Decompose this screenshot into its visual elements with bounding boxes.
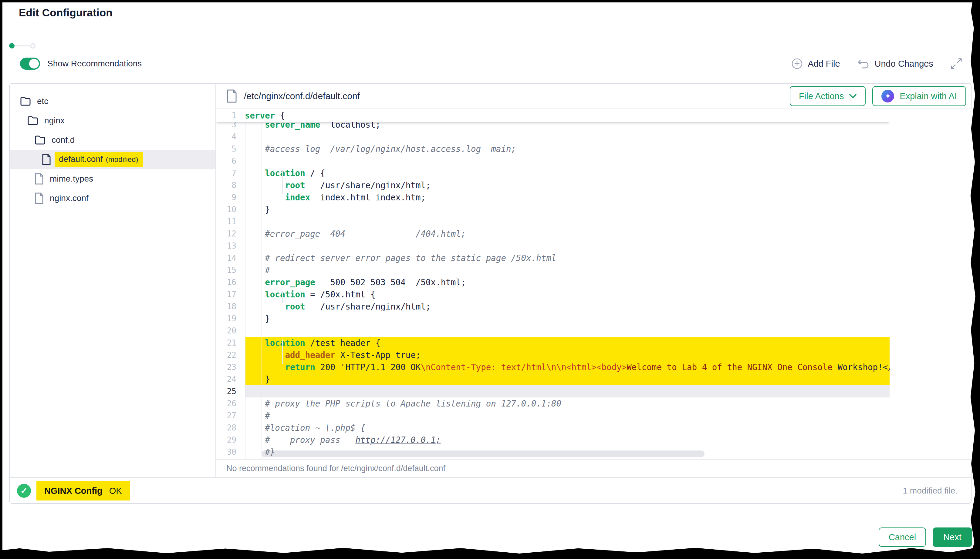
- top-actions: Add File Undo Changes: [791, 58, 962, 70]
- folder-icon: [20, 96, 31, 106]
- configuration-panel: etcnginxconf.ddefault.conf(modified)mime…: [9, 83, 972, 504]
- code-token: #location ~ \.php$ {: [245, 423, 365, 433]
- code-token: index: [285, 192, 310, 202]
- show-recommendations-toggle[interactable]: [20, 58, 40, 70]
- code-line-21[interactable]: 21 location /test_header {: [216, 337, 890, 349]
- code-line-24[interactable]: 24 }: [216, 373, 890, 385]
- code-line-16[interactable]: 16 error_page 500 502 503 504 /50x.html;: [216, 276, 890, 288]
- next-button[interactable]: Next: [933, 528, 972, 547]
- code-token: #: [245, 265, 270, 275]
- code-line-25[interactable]: 25: [216, 385, 890, 397]
- file-tree: etcnginxconf.ddefault.conf(modified)mime…: [10, 91, 216, 208]
- line-number: 22: [216, 351, 245, 359]
- tree-item-label: mime.types: [50, 174, 93, 184]
- code-line-content: error_page 500 502 503 504 /50x.html;: [245, 276, 890, 288]
- code-line-7[interactable]: 7 location / {: [216, 167, 890, 179]
- code-line-content: [245, 215, 890, 228]
- code-line-5[interactable]: 5 #access_log /var/log/nginx/host.access…: [216, 143, 890, 155]
- code-line-content: # proxy the PHP scripts to Apache listen…: [245, 397, 890, 410]
- line-number: 16: [216, 278, 245, 287]
- explain-with-ai-button[interactable]: ✦ Explain with AI: [872, 86, 966, 106]
- code-line-10[interactable]: 10 }: [216, 203, 890, 215]
- code-token: return: [285, 362, 315, 372]
- explain-with-ai-label: Explain with AI: [900, 91, 957, 101]
- code-line-1[interactable]: 1server {: [216, 109, 285, 122]
- expand-fullscreen-button[interactable]: [950, 58, 962, 70]
- chevron-down-icon: [849, 94, 857, 98]
- line-number: 13: [216, 241, 245, 250]
- code-line-14[interactable]: 14 # redirect server error pages to the …: [216, 252, 890, 264]
- line-number: 12: [216, 229, 245, 238]
- code-token: 200 'HTTP/1.1 200 OK: [315, 362, 421, 372]
- code-token: / {: [305, 168, 325, 178]
- code-line-4[interactable]: 4: [216, 131, 890, 143]
- cancel-button[interactable]: Cancel: [879, 528, 926, 547]
- show-recommendations-label: Show Recommendations: [47, 59, 142, 68]
- code-token: #}: [245, 447, 275, 457]
- code-line-6[interactable]: 6: [216, 155, 890, 167]
- line-number: 9: [216, 193, 245, 202]
- tree-item-label: etc: [37, 96, 48, 106]
- file-header: /etc/nginx/conf.d/default.conf File Acti…: [216, 84, 972, 109]
- tree-item-label: nginx: [44, 116, 65, 126]
- code-line-23[interactable]: 23 return 200 'HTTP/1.1 200 OK\nContent-…: [216, 361, 890, 373]
- tree-item-nginx.conf[interactable]: nginx.conf: [10, 189, 216, 208]
- code-line-18[interactable]: 18 root /usr/share/nginx/html;: [216, 300, 890, 313]
- code-line-content: [245, 385, 890, 397]
- code-line-content: #: [245, 264, 890, 276]
- code-line-15[interactable]: 15 #: [216, 264, 890, 276]
- nginx-config-status-chip: NGINX Config OK: [36, 481, 130, 501]
- expand-icon: [950, 58, 962, 70]
- code-token: [245, 180, 285, 190]
- code-line-content: #: [245, 410, 890, 422]
- code-line-11[interactable]: 11: [216, 215, 890, 228]
- code-token: location: [265, 168, 305, 178]
- code-line-17[interactable]: 17 location = /50x.html {: [216, 288, 890, 300]
- code-line-content: }: [245, 313, 890, 325]
- code-line-12[interactable]: 12 #error_page 404 /404.html;: [216, 228, 890, 240]
- code-line-content: #error_page 404 /404.html;: [245, 228, 890, 240]
- add-file-label: Add File: [808, 59, 840, 69]
- code-line-content: root /usr/share/nginx/html;: [245, 300, 890, 313]
- code-line-content: return 200 'HTTP/1.1 200 OK\nContent-Typ…: [245, 361, 890, 373]
- code-line-8[interactable]: 8 root /usr/share/nginx/html;: [216, 179, 890, 191]
- code-token: http://127.0.0.1;: [355, 435, 441, 445]
- code-line-13[interactable]: 13: [216, 240, 890, 252]
- file-actions-button[interactable]: File Actions: [790, 86, 866, 106]
- line-number: 21: [216, 338, 245, 347]
- tree-item-nginx[interactable]: nginx: [10, 111, 216, 131]
- tree-item-mime.types[interactable]: mime.types: [10, 169, 216, 189]
- code-token: [245, 192, 285, 202]
- tree-item-etc[interactable]: etc: [10, 91, 216, 111]
- code-line-28[interactable]: 28 #location ~ \.php$ {: [216, 422, 890, 434]
- title-divider: [0, 26, 980, 27]
- folder-icon: [35, 135, 45, 145]
- recommendations-bar: No recommendations found for /etc/nginx/…: [216, 459, 972, 477]
- tree-item-conf.d[interactable]: conf.d: [10, 131, 216, 150]
- file-tree-sidebar: etcnginxconf.ddefault.conf(modified)mime…: [10, 84, 216, 477]
- code-line-content: [245, 155, 890, 167]
- code-line-22[interactable]: 22 add_header X-Test-App true;: [216, 349, 890, 361]
- code-line-30[interactable]: 30 #}: [216, 446, 890, 458]
- indent-guide: [282, 170, 283, 194]
- file-path-wrap: /etc/nginx/conf.d/default.conf: [226, 89, 790, 103]
- code-line-26[interactable]: 26 # proxy the PHP scripts to Apache lis…: [216, 397, 890, 410]
- code-line-29[interactable]: 29 # proxy_pass http://127.0.0.1;: [216, 434, 890, 446]
- undo-changes-button[interactable]: Undo Changes: [857, 58, 933, 69]
- add-file-button[interactable]: Add File: [791, 58, 840, 69]
- code-line-content: # proxy_pass http://127.0.0.1;: [245, 434, 890, 446]
- file-actions-label: File Actions: [799, 91, 844, 101]
- tree-item-default.conf[interactable]: default.conf(modified): [10, 150, 216, 169]
- screenshot-edge: [0, 0, 980, 2]
- indent-guide: [262, 121, 262, 459]
- code-line-content: [245, 131, 890, 143]
- code-line-20[interactable]: 20: [216, 325, 890, 337]
- line-number: 7: [216, 169, 245, 178]
- code-line-9[interactable]: 9 index index.html index.htm;: [216, 191, 890, 203]
- code-token: /usr/share/nginx/html;: [305, 180, 431, 190]
- tree-item-suffix: (modified): [106, 155, 138, 164]
- code-line-19[interactable]: 19 }: [216, 313, 890, 325]
- code-editor[interactable]: 3 server_name localhost;45 #access_log /…: [216, 109, 972, 459]
- code-line-27[interactable]: 27 #: [216, 410, 890, 422]
- code-line-content: }: [245, 373, 890, 385]
